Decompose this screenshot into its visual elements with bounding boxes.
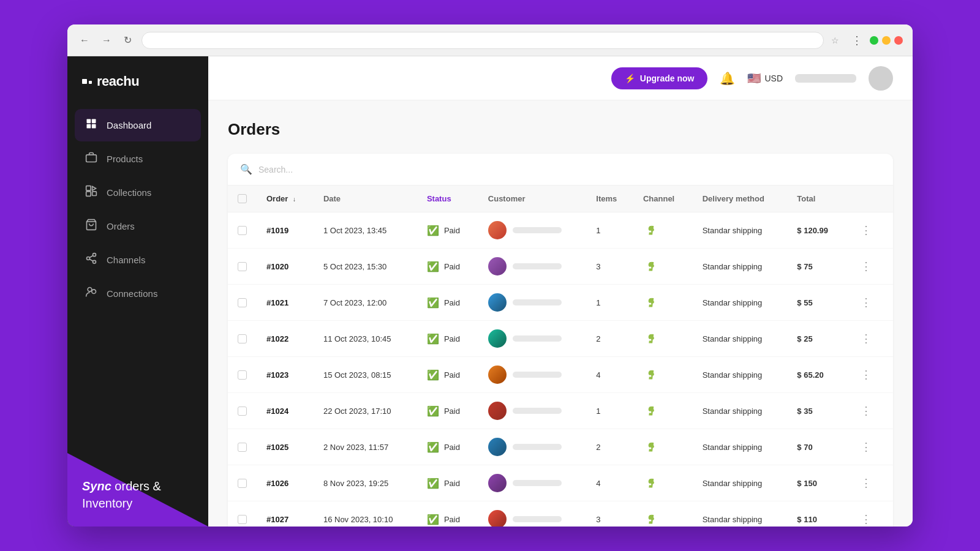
select-all-checkbox[interactable] xyxy=(238,194,247,203)
row-more-button[interactable]: ⋮ xyxy=(856,365,876,384)
order-items: 1 xyxy=(596,298,600,307)
order-id: #1027 xyxy=(266,515,288,524)
svg-point-14 xyxy=(88,288,92,292)
order-total: $ 65.20 xyxy=(797,370,823,380)
order-total: $ 150 xyxy=(797,479,817,488)
order-id: #1020 xyxy=(266,262,288,271)
status-badge: Paid xyxy=(444,443,460,452)
customer-cell xyxy=(488,329,577,348)
status-badge: Paid xyxy=(444,334,460,343)
page-title: Orders xyxy=(228,120,893,139)
browser-chrome: ← → ↻ ☆ ⋮ xyxy=(67,24,913,56)
products-icon xyxy=(85,151,98,167)
sidebar-item-collections[interactable]: Collections xyxy=(75,176,201,209)
refresh-button[interactable]: ↻ xyxy=(121,32,134,48)
table-row: #1025 2 Nov 2023, 11:57 ✅ Paid 2 Standar… xyxy=(228,429,893,465)
row-checkbox-5[interactable] xyxy=(238,407,247,416)
row-checkbox-2[interactable] xyxy=(238,298,247,307)
currency-selector[interactable]: 🇺🇸 USD xyxy=(747,72,783,85)
row-checkbox-4[interactable] xyxy=(238,370,247,380)
row-checkbox-0[interactable] xyxy=(238,226,247,235)
address-bar[interactable] xyxy=(141,32,824,49)
connections-icon xyxy=(85,286,98,301)
svg-point-15 xyxy=(92,290,96,294)
table-row: #1024 22 Oct 2023, 17:10 ✅ Paid 1 Standa… xyxy=(228,393,893,429)
row-more-button[interactable]: ⋮ xyxy=(856,510,876,527)
delivery-method: Standar shipping xyxy=(703,334,763,343)
table-row: #1021 7 Oct 2023, 12:00 ✅ Paid 1 Standar… xyxy=(228,285,893,321)
browser-menu-button[interactable]: ⋮ xyxy=(851,34,862,47)
order-date: 15 Oct 2023, 08:15 xyxy=(323,370,391,380)
order-items: 4 xyxy=(596,479,600,488)
main-content: ⚡ Upgrade now 🔔 🇺🇸 USD Orders 🔍 xyxy=(208,56,913,527)
flag-icon: 🇺🇸 xyxy=(747,72,761,85)
logo: reachu xyxy=(67,56,208,109)
status-icon: ✅ xyxy=(427,441,439,453)
order-total: $ 55 xyxy=(797,298,812,307)
search-input[interactable] xyxy=(258,165,881,174)
sidebar-item-label-orders: Orders xyxy=(107,221,135,231)
logo-square-1 xyxy=(82,79,87,84)
th-date: Date xyxy=(314,186,417,212)
minimize-dot xyxy=(870,36,878,45)
th-channel: Channel xyxy=(633,186,693,212)
sidebar-item-connections[interactable]: Connections xyxy=(75,277,201,310)
order-date: 16 Nov 2023, 10:10 xyxy=(323,515,393,524)
row-more-button[interactable]: ⋮ xyxy=(856,474,876,492)
customer-avatar xyxy=(488,438,507,456)
svg-point-9 xyxy=(93,253,96,257)
order-total: $ 120.99 xyxy=(797,226,828,235)
status-icon: ✅ xyxy=(427,514,439,525)
svg-rect-7 xyxy=(92,192,97,196)
row-more-button[interactable]: ⋮ xyxy=(856,293,876,312)
notifications-icon[interactable]: 🔔 xyxy=(720,71,735,86)
status-badge: Paid xyxy=(444,479,460,488)
row-more-button[interactable]: ⋮ xyxy=(856,257,876,276)
forward-button[interactable]: → xyxy=(99,32,114,48)
row-more-button[interactable]: ⋮ xyxy=(856,402,876,420)
back-button[interactable]: ← xyxy=(77,32,92,48)
sidebar-item-dashboard[interactable]: Dashboard xyxy=(75,109,201,141)
customer-avatar xyxy=(488,257,507,276)
row-checkbox-6[interactable] xyxy=(238,443,247,452)
sidebar-item-channels[interactable]: Channels xyxy=(75,244,201,276)
channel-icon xyxy=(643,440,658,454)
row-checkbox-8[interactable] xyxy=(238,515,247,524)
order-items: 2 xyxy=(596,443,600,452)
row-checkbox-7[interactable] xyxy=(238,479,247,488)
status-cell: ✅ Paid xyxy=(427,478,469,489)
status-cell: ✅ Paid xyxy=(427,405,469,417)
logo-icon xyxy=(82,79,92,84)
customer-cell xyxy=(488,257,577,276)
user-avatar[interactable] xyxy=(869,66,893,91)
order-id: #1022 xyxy=(266,334,288,343)
row-checkbox-1[interactable] xyxy=(238,262,247,271)
upgrade-button[interactable]: ⚡ Upgrade now xyxy=(611,67,708,89)
page-content: Orders 🔍 Order ↓ Date Status xyxy=(208,100,913,527)
orders-tbody: #1019 1 Oct 2023, 13:45 ✅ Paid 1 Standar… xyxy=(228,212,893,527)
svg-rect-6 xyxy=(86,192,91,197)
upgrade-icon: ⚡ xyxy=(625,73,635,83)
row-more-button[interactable]: ⋮ xyxy=(856,438,876,456)
order-id: #1025 xyxy=(266,443,288,452)
row-more-button[interactable]: ⋮ xyxy=(856,329,876,348)
customer-avatar xyxy=(488,329,507,348)
th-total: Total xyxy=(787,186,846,212)
svg-line-13 xyxy=(89,255,93,257)
status-badge: Paid xyxy=(444,262,460,271)
channel-icon xyxy=(643,476,658,490)
top-bar: ⚡ Upgrade now 🔔 🇺🇸 USD xyxy=(208,56,913,100)
customer-avatar xyxy=(488,293,507,312)
th-order[interactable]: Order ↓ xyxy=(257,186,314,212)
order-date: 11 Oct 2023, 10:45 xyxy=(323,334,391,343)
row-checkbox-3[interactable] xyxy=(238,334,247,343)
user-name-placeholder xyxy=(795,74,856,83)
sidebar-item-orders[interactable]: Orders xyxy=(75,210,201,242)
table-row: #1022 11 Oct 2023, 10:45 ✅ Paid 2 Standa… xyxy=(228,321,893,357)
sidebar-item-products[interactable]: Products xyxy=(75,143,201,175)
row-more-button[interactable]: ⋮ xyxy=(856,221,876,239)
delivery-method: Standar shipping xyxy=(703,262,763,271)
status-cell: ✅ Paid xyxy=(427,225,469,236)
status-cell: ✅ Paid xyxy=(427,441,469,453)
order-total: $ 35 xyxy=(797,407,812,416)
